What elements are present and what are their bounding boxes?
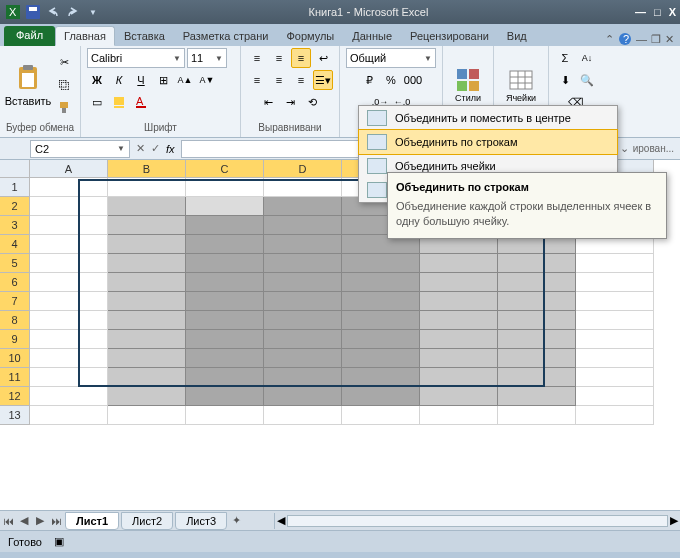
cell[interactable] [576,292,654,311]
cell[interactable] [498,254,576,273]
cell[interactable] [342,406,420,425]
borders-icon[interactable]: ⊞ [153,70,173,90]
sheet-tab-1[interactable]: Лист1 [65,512,119,530]
cell[interactable] [342,311,420,330]
cell[interactable] [264,292,342,311]
cell[interactable] [30,349,108,368]
format-painter-icon[interactable] [54,97,74,117]
cell[interactable] [108,292,186,311]
cell[interactable] [264,197,342,216]
cell[interactable] [342,368,420,387]
cell[interactable] [420,349,498,368]
column-header[interactable]: B [108,160,186,178]
select-all-corner[interactable] [0,160,30,178]
row-header[interactable]: 8 [0,311,30,330]
tab-data[interactable]: Данные [343,26,401,46]
merge-across-item[interactable]: Объединить по строкам [358,129,618,155]
cell[interactable] [342,254,420,273]
italic-button[interactable]: К [109,70,129,90]
cancel-formula-icon[interactable]: ✕ [136,142,145,155]
cell[interactable] [264,330,342,349]
bold-button[interactable]: Ж [87,70,107,90]
row-header[interactable]: 4 [0,235,30,254]
name-box[interactable]: C2▼ [30,140,130,158]
cell[interactable] [30,330,108,349]
cell[interactable] [264,406,342,425]
font-size-combo[interactable]: 11▼ [187,48,227,68]
cell[interactable] [342,349,420,368]
row-header[interactable]: 3 [0,216,30,235]
increase-font-icon[interactable]: A▲ [175,70,195,90]
doc-close-icon[interactable]: ✕ [665,33,674,46]
row-header[interactable]: 1 [0,178,30,197]
cell[interactable] [186,216,264,235]
row-header[interactable]: 10 [0,349,30,368]
percent-icon[interactable]: % [381,70,401,90]
cell[interactable] [30,197,108,216]
cell[interactable] [108,406,186,425]
cell[interactable] [30,368,108,387]
cell[interactable] [108,311,186,330]
cell[interactable] [186,235,264,254]
doc-minimize-icon[interactable]: — [636,33,647,45]
ribbon-minimize-icon[interactable]: ⌃ [605,33,614,46]
cell[interactable] [498,273,576,292]
cell[interactable] [108,178,186,197]
cell[interactable] [30,216,108,235]
row-header[interactable]: 6 [0,273,30,292]
fx-label[interactable]: fx [166,143,175,155]
row-header[interactable]: 5 [0,254,30,273]
row-header[interactable]: 12 [0,387,30,406]
cell[interactable] [498,292,576,311]
fill-color-icon[interactable] [109,92,129,112]
cell[interactable] [576,368,654,387]
cell[interactable] [264,387,342,406]
cell[interactable] [186,254,264,273]
cell[interactable] [264,178,342,197]
redo-icon[interactable] [64,3,82,21]
cell[interactable] [186,197,264,216]
sheet-nav-prev-icon[interactable]: ◀ [16,513,32,529]
cell[interactable] [264,349,342,368]
maximize-button[interactable]: □ [654,6,661,18]
cell[interactable] [186,178,264,197]
cell[interactable] [576,349,654,368]
autosum-icon[interactable]: Σ [555,48,575,68]
comma-icon[interactable]: 000 [403,70,423,90]
cell[interactable] [498,330,576,349]
cell[interactable] [108,330,186,349]
row-header[interactable]: 2 [0,197,30,216]
excel-icon[interactable]: X [4,3,22,21]
sheet-nav-next-icon[interactable]: ▶ [32,513,48,529]
cell[interactable] [108,254,186,273]
cell[interactable] [342,330,420,349]
sheet-nav-first-icon[interactable]: ⏮ [0,513,16,529]
cell[interactable] [264,235,342,254]
close-button[interactable]: X [669,6,676,18]
cell[interactable] [420,254,498,273]
decrease-font-icon[interactable]: A▼ [197,70,217,90]
save-icon[interactable] [24,3,42,21]
cell[interactable] [264,254,342,273]
number-format-combo[interactable]: Общий▼ [346,48,436,68]
find-icon[interactable]: 🔍 [577,70,597,90]
cell[interactable] [186,292,264,311]
sheet-tab-2[interactable]: Лист2 [121,512,173,530]
cell[interactable] [186,387,264,406]
paste-button[interactable]: Вставить [6,50,50,120]
decrease-indent-icon[interactable]: ⇤ [258,92,278,112]
cell[interactable] [498,387,576,406]
align-center-icon[interactable]: ≡ [269,70,289,90]
align-left-icon[interactable]: ≡ [247,70,267,90]
cell[interactable] [264,216,342,235]
cell[interactable] [498,349,576,368]
cell[interactable] [342,273,420,292]
font-color-icon[interactable]: A [131,92,151,112]
cell[interactable] [30,387,108,406]
orientation-icon[interactable]: ⟲ [302,92,322,112]
cell[interactable] [576,406,654,425]
cut-icon[interactable]: ✂ [54,53,74,73]
tab-review[interactable]: Рецензировани [401,26,498,46]
align-bottom-icon[interactable]: ≡ [291,48,311,68]
cell[interactable] [108,349,186,368]
